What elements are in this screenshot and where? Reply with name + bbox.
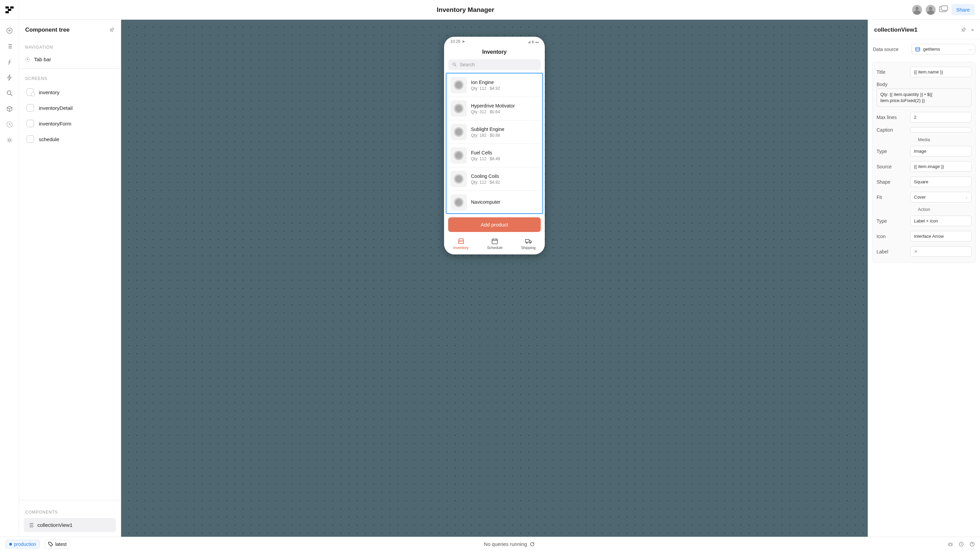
- item-subtitle: Qty: 112 · $4.92: [471, 86, 500, 91]
- action-icon-label: Icon: [877, 233, 885, 239]
- media-group-header: Media: [872, 135, 975, 143]
- item-name: Ion Engine: [471, 79, 500, 85]
- screen-inventory[interactable]: inventory: [19, 84, 121, 100]
- list-item[interactable]: Navicomputer: [447, 191, 542, 214]
- preview-icon[interactable]: [939, 5, 948, 14]
- media-source-input[interactable]: {{ item.image }}: [910, 161, 972, 172]
- nav-item-tabbar[interactable]: Tab bar: [19, 53, 121, 66]
- screen-icon: [27, 135, 34, 143]
- expand-icon[interactable]: »: [971, 27, 974, 33]
- component-collectionView1[interactable]: collectionView1: [24, 518, 116, 532]
- user-avatar-2[interactable]: [926, 5, 936, 15]
- tag-icon: [48, 542, 53, 546]
- add-product-button[interactable]: Add product: [448, 218, 541, 232]
- search-placeholder: Search: [460, 62, 475, 67]
- tab-shipping[interactable]: Shipping: [521, 238, 536, 250]
- screen-schedule[interactable]: schedule: [19, 131, 121, 147]
- function-icon[interactable]: [6, 59, 13, 65]
- search-icon[interactable]: [6, 90, 13, 97]
- body-input[interactable]: Qty: {{ item.quantity }} • ${{ item.pric…: [877, 89, 972, 107]
- media-type-label: Type: [877, 149, 887, 154]
- phone-preview: 10:26 ➤ ◢▮▬ Inventory Search collectionV…: [444, 37, 545, 254]
- selection-label: collectionView1: [446, 73, 479, 73]
- env-dot-icon: [9, 543, 12, 546]
- components-label: COMPONENTS: [24, 505, 116, 518]
- nav-bullet-icon: [25, 57, 30, 62]
- item-name: Hyperdrive Motivator: [471, 103, 515, 108]
- env-label: production: [14, 541, 36, 547]
- screen-inventoryForm[interactable]: inventoryForm: [19, 116, 121, 131]
- body-label: Body: [872, 79, 975, 87]
- media-type-select[interactable]: Image: [910, 146, 972, 156]
- action-type-label: Type: [877, 218, 887, 224]
- calendar-icon: [492, 238, 498, 244]
- gear-icon[interactable]: [6, 137, 13, 143]
- env-pill[interactable]: production: [5, 540, 40, 549]
- pin-icon[interactable]: [959, 25, 967, 34]
- help-icon[interactable]: [970, 542, 975, 546]
- screen-label: inventoryForm: [39, 121, 72, 127]
- design-canvas[interactable]: 10:26 ➤ ◢▮▬ Inventory Search collectionV…: [121, 20, 868, 537]
- action-label-label: Label: [877, 249, 888, 254]
- item-thumbnail: [450, 171, 467, 187]
- version-pill[interactable]: latest: [45, 540, 70, 549]
- media-fit-label: Fit: [877, 195, 882, 200]
- tab-inventory[interactable]: Inventory: [453, 238, 469, 250]
- media-fit-select[interactable]: Cover ⌄: [910, 192, 972, 202]
- item-subtitle: Qty: 312 · $0.64: [471, 110, 515, 114]
- title-label: Title: [877, 69, 885, 75]
- svg-point-13: [526, 243, 527, 243]
- left-panel-title: Component tree: [25, 27, 69, 33]
- media-shape-label: Shape: [877, 179, 890, 185]
- phone-time: 10:26: [450, 39, 460, 44]
- list-item[interactable]: Hyperdrive Motivator Qty: 312 · $0.64: [447, 97, 542, 121]
- screen-inventoryDetail[interactable]: inventoryDetail: [19, 100, 121, 116]
- screen-home-icon: [27, 89, 34, 96]
- svg-rect-11: [492, 239, 498, 244]
- pin-icon[interactable]: [107, 25, 116, 34]
- item-name: Navicomputer: [471, 199, 500, 205]
- status-icons: ◢▮▬: [528, 40, 539, 43]
- item-thumbnail: [450, 194, 467, 211]
- location-arrow-icon: ➤: [462, 39, 465, 44]
- bug-icon[interactable]: [948, 542, 953, 546]
- tab-schedule[interactable]: Schedule: [487, 238, 503, 250]
- clock-icon[interactable]: [959, 542, 964, 546]
- item-name: Cooling Coils: [471, 173, 500, 179]
- collection-view-selected[interactable]: collectionView1 Ion Engine Qty: 112 · $4…: [446, 73, 543, 214]
- action-label-input[interactable]: ✕: [910, 246, 972, 257]
- cube-icon[interactable]: [6, 105, 13, 112]
- list-item[interactable]: Ion Engine Qty: 112 · $4.92: [447, 73, 542, 97]
- action-icon-select[interactable]: Interface Arrow: [910, 231, 972, 241]
- datasource-select[interactable]: getItems ⌄: [911, 44, 975, 54]
- chevron-down-icon: ⌄: [969, 47, 972, 51]
- app-logo[interactable]: [0, 0, 19, 19]
- search-input[interactable]: Search: [448, 59, 541, 70]
- refresh-icon[interactable]: [530, 542, 535, 546]
- user-avatar-1[interactable]: [912, 5, 922, 15]
- maxlines-input[interactable]: 2: [910, 112, 972, 122]
- share-button[interactable]: Share: [951, 4, 975, 15]
- list-icon[interactable]: [6, 43, 13, 50]
- add-icon[interactable]: [6, 27, 13, 34]
- svg-point-14: [530, 243, 530, 243]
- item-thumbnail: [450, 77, 467, 93]
- list-item[interactable]: Sublight Engine Qty: 182 · $0.88: [447, 121, 542, 144]
- list-item[interactable]: Fuel Cells Qty: 112 · $8.49: [447, 144, 542, 167]
- list-item[interactable]: Cooling Coils Qty: 112 · $4.92: [447, 167, 542, 191]
- item-name: Sublight Engine: [471, 127, 504, 132]
- list-glyph-icon: [28, 523, 34, 527]
- bolt-icon[interactable]: [6, 74, 13, 81]
- title-input[interactable]: {{ item.name }}: [910, 67, 972, 77]
- navigation-label: NAVIGATION: [19, 40, 121, 53]
- item-thumbnail: [450, 147, 467, 164]
- version-label: latest: [55, 541, 66, 547]
- caption-label: Caption: [877, 127, 893, 133]
- caption-input[interactable]: [910, 127, 972, 133]
- phone-screen-title: Inventory: [444, 46, 545, 59]
- media-shape-select[interactable]: Square: [910, 176, 972, 187]
- history-icon[interactable]: [6, 121, 13, 128]
- action-type-select[interactable]: Label + icon: [910, 216, 972, 226]
- svg-point-16: [949, 543, 952, 546]
- screens-label: SCREENS: [19, 71, 121, 84]
